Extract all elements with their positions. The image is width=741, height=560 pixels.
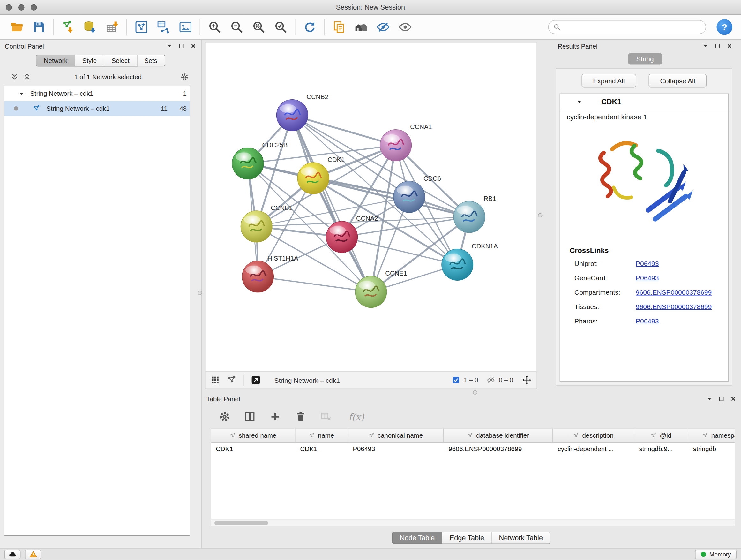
table-cell[interactable]: CDK1 bbox=[295, 445, 348, 453]
tab-node-table[interactable]: Node Table bbox=[392, 532, 442, 544]
column-header-canonical-name[interactable]: canonical name bbox=[348, 429, 444, 442]
network-node-ccna2[interactable] bbox=[326, 221, 358, 253]
network-node-ccnb2[interactable] bbox=[276, 99, 308, 131]
zoom-in-button[interactable] bbox=[204, 17, 226, 37]
network-node-cdc25b[interactable] bbox=[232, 148, 264, 179]
copy-annotations-button[interactable] bbox=[328, 17, 350, 37]
search-field[interactable] bbox=[548, 20, 706, 34]
hidden-eye-slash-icon[interactable] bbox=[487, 376, 495, 384]
memory-button[interactable]: Memory bbox=[695, 550, 737, 559]
hide-graphics-button[interactable] bbox=[372, 17, 394, 37]
table-cell[interactable]: stringdb bbox=[688, 445, 735, 453]
splitter-handle[interactable] bbox=[538, 213, 542, 218]
network-edge[interactable] bbox=[258, 276, 371, 292]
panel-close-icon[interactable] bbox=[191, 43, 196, 49]
panel-menu-icon[interactable] bbox=[706, 396, 712, 402]
network-from-table-button[interactable] bbox=[152, 17, 174, 37]
function-builder-button[interactable]: f(x) bbox=[348, 412, 364, 422]
tab-select[interactable]: Select bbox=[105, 55, 137, 67]
network-node-ccne1[interactable] bbox=[355, 276, 387, 308]
table-cell[interactable]: stringdb:9... bbox=[634, 445, 689, 453]
splitter-handle[interactable] bbox=[198, 291, 202, 295]
panel-close-icon[interactable] bbox=[731, 396, 736, 402]
collapse-tree-icon[interactable] bbox=[10, 72, 19, 81]
panel-close-icon[interactable] bbox=[727, 43, 732, 49]
network-node-cdkn1a[interactable] bbox=[442, 249, 473, 281]
network-row[interactable]: String Network – cdk1 11 48 bbox=[4, 101, 190, 116]
tab-sets[interactable]: Sets bbox=[137, 55, 165, 67]
network-overview-icon[interactable] bbox=[227, 375, 237, 385]
crosslink-link[interactable]: P06493 bbox=[636, 314, 659, 328]
tab-edge-table[interactable]: Edge Table bbox=[442, 532, 492, 544]
network-node-cdc6[interactable] bbox=[394, 181, 425, 212]
column-header-name[interactable]: name bbox=[295, 429, 348, 442]
delete-table-button[interactable] bbox=[317, 408, 336, 425]
network-node-cdk1[interactable] bbox=[297, 163, 329, 194]
network-node-ccna1[interactable] bbox=[380, 130, 412, 161]
import-network-file-button[interactable] bbox=[57, 17, 79, 37]
save-session-button[interactable] bbox=[28, 17, 50, 37]
gear-icon[interactable] bbox=[181, 72, 189, 81]
column-header--id[interactable]: @id bbox=[634, 429, 689, 442]
zoom-selected-button[interactable] bbox=[270, 17, 292, 37]
column-header-database-identifier[interactable]: database identifier bbox=[444, 429, 553, 442]
expand-all-button[interactable]: Expand All bbox=[582, 74, 636, 88]
expand-tree-icon[interactable] bbox=[23, 72, 31, 81]
show-graphics-button[interactable] bbox=[394, 17, 416, 37]
network-node-rb1[interactable] bbox=[454, 201, 485, 233]
crosslink-link[interactable]: P06493 bbox=[636, 256, 659, 271]
home-button[interactable] bbox=[350, 17, 372, 37]
create-column-button[interactable] bbox=[266, 408, 285, 425]
delete-column-button[interactable] bbox=[291, 408, 310, 425]
selected-checkbox-icon[interactable] bbox=[452, 376, 460, 384]
network-canvas[interactable]: CCNB2CCNA1CDC25BCDK1CDC6RB1CCNB1CCNA2CDK… bbox=[205, 42, 537, 371]
import-table-file-button[interactable] bbox=[101, 17, 123, 37]
crosslink-link[interactable]: 9606.ENSP00000378699 bbox=[636, 300, 712, 314]
grid-view-icon[interactable] bbox=[210, 375, 220, 385]
table-cell[interactable]: P06493 bbox=[348, 445, 444, 453]
collapse-all-button[interactable]: Collapse All bbox=[649, 74, 707, 88]
string-tab-badge[interactable]: String bbox=[628, 53, 662, 65]
warnings-button[interactable] bbox=[25, 550, 41, 559]
network-edge[interactable] bbox=[292, 115, 371, 292]
panel-float-icon[interactable] bbox=[719, 396, 724, 402]
horizontal-scrollbar[interactable] bbox=[211, 520, 735, 526]
pan-move-icon[interactable] bbox=[522, 375, 532, 385]
zoom-fit-button[interactable] bbox=[248, 17, 270, 37]
table-row[interactable]: CDK1CDK1P064939606.ENSP00000378699cyclin… bbox=[211, 442, 735, 455]
table-cell[interactable]: 9606.ENSP00000378699 bbox=[444, 445, 553, 453]
crosslink-link[interactable]: P06493 bbox=[636, 271, 659, 285]
panel-menu-icon[interactable] bbox=[166, 43, 172, 49]
column-header-namespac[interactable]: namespac bbox=[688, 429, 735, 442]
network-node-ccnb1[interactable] bbox=[241, 211, 272, 242]
tab-network-table[interactable]: Network Table bbox=[492, 532, 550, 544]
window-zoom-button[interactable] bbox=[30, 4, 37, 10]
table-cell[interactable]: cyclin-dependent ... bbox=[553, 445, 634, 453]
export-image-button[interactable] bbox=[174, 17, 196, 37]
panel-menu-icon[interactable] bbox=[703, 43, 709, 49]
network-node-hist1h1a[interactable] bbox=[242, 261, 274, 293]
import-network-database-button[interactable] bbox=[79, 17, 101, 37]
network-collection-row[interactable]: String Network – cdk1 1 bbox=[4, 86, 190, 101]
open-in-new-window-icon[interactable] bbox=[251, 375, 261, 385]
protein-section-header[interactable]: CDK1 bbox=[560, 94, 728, 110]
column-header-shared-name[interactable]: shared name bbox=[211, 429, 295, 442]
panel-float-icon[interactable] bbox=[715, 43, 721, 49]
window-minimize-button[interactable] bbox=[18, 4, 24, 10]
refresh-view-button[interactable] bbox=[299, 17, 321, 37]
column-header-description[interactable]: description bbox=[553, 429, 634, 442]
panel-float-icon[interactable] bbox=[179, 43, 185, 49]
new-network-button[interactable] bbox=[130, 17, 152, 37]
crosslink-link[interactable]: 9606.ENSP00000378699 bbox=[636, 285, 712, 300]
window-close-button[interactable] bbox=[6, 4, 12, 10]
table-settings-button[interactable] bbox=[215, 408, 234, 425]
show-columns-button[interactable] bbox=[240, 408, 259, 425]
tab-style[interactable]: Style bbox=[75, 55, 105, 67]
section-expander-icon[interactable] bbox=[576, 99, 582, 105]
help-button[interactable]: ? bbox=[717, 19, 733, 35]
scrollbar-thumb[interactable] bbox=[214, 521, 268, 525]
splitter-handle[interactable] bbox=[473, 390, 477, 395]
open-session-button[interactable] bbox=[6, 17, 28, 37]
tab-network[interactable]: Network bbox=[36, 55, 75, 67]
cloud-button[interactable] bbox=[4, 550, 21, 559]
